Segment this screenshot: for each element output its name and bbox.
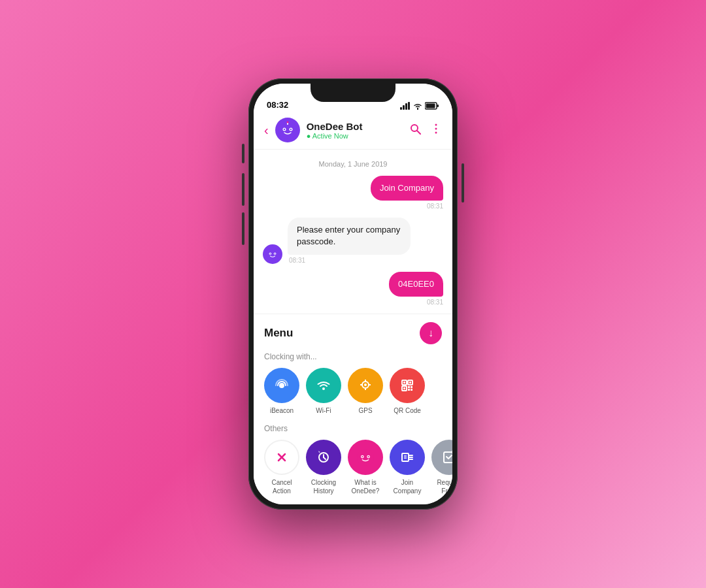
request-label: Request From — [431, 478, 452, 495]
message-text-2: Please enter your company passcode. — [297, 225, 400, 246]
svg-rect-44 — [411, 386, 412, 388]
svg-point-56 — [368, 456, 369, 457]
message-time-2: 08:31 — [289, 257, 305, 264]
menu-item-onedee[interactable]: What is OneDee? — [348, 440, 383, 495]
menu-item-ibeacon[interactable]: iBeacon — [264, 368, 299, 415]
svg-point-18 — [435, 131, 437, 133]
svg-rect-3 — [408, 102, 410, 110]
header-actions — [409, 123, 442, 138]
join-icon-circle — [390, 440, 425, 475]
message-row-sent-1: Join Company 08:31 — [263, 176, 443, 210]
chat-header: ‹ — [254, 112, 452, 150]
message-bubble-1: Join Company — [371, 176, 443, 201]
others-section-title: Others — [264, 424, 442, 433]
clocking-section-title: Clocking with... — [264, 352, 442, 361]
message-bubble-2: Please enter your company passcode. — [288, 218, 411, 254]
bot-status: Active Now — [307, 132, 409, 140]
signal-icon — [400, 102, 411, 110]
svg-point-32 — [364, 384, 367, 386]
svg-rect-1 — [403, 105, 405, 110]
onedee-icon-circle — [348, 440, 383, 475]
svg-point-13 — [286, 122, 288, 123]
gps-icon-circle — [348, 368, 383, 403]
svg-rect-0 — [400, 107, 402, 110]
onedee-label: What is OneDee? — [348, 478, 383, 495]
menu-title: Menu — [264, 327, 293, 340]
qr-icon-circle — [390, 368, 425, 403]
svg-rect-2 — [405, 103, 407, 110]
others-icons-row: Cancel Action Clocking History — [264, 440, 442, 495]
menu-item-gps[interactable]: GPS — [348, 368, 383, 415]
qr-label: QR Code — [394, 406, 421, 415]
message-bubble-3: 04E0EE0 — [389, 272, 443, 297]
bot-avatar-small — [263, 244, 282, 264]
menu-item-cancel[interactable]: Cancel Action — [264, 440, 299, 495]
ibeacon-icon-circle — [264, 368, 299, 403]
wifi-label: Wi-Fi — [316, 406, 331, 415]
message-bubble-wrap-1: Join Company 08:31 — [371, 176, 443, 210]
svg-rect-57 — [402, 453, 409, 461]
message-time-1: 08:31 — [427, 203, 443, 210]
svg-point-22 — [270, 253, 271, 254]
date-divider: Monday, 1 June 2019 — [263, 160, 443, 168]
wifi-status-icon — [413, 102, 422, 110]
history-label: Clocking History — [306, 478, 341, 495]
join-label: Join Company — [390, 478, 425, 495]
bot-name: OneDee Bot — [307, 121, 409, 132]
svg-rect-45 — [408, 389, 410, 391]
ibeacon-label: iBeacon — [270, 406, 294, 415]
volume-down-button — [242, 212, 244, 245]
clocking-icons-row: iBeacon Wi-Fi — [264, 368, 442, 415]
svg-point-10 — [283, 129, 284, 130]
message-text-3: 04E0EE0 — [398, 279, 434, 289]
phone-frame: 08:32 — [248, 78, 458, 510]
request-icon-circle — [431, 440, 452, 475]
message-row-received-1: Please enter your company passcode. 08:3… — [263, 218, 443, 263]
message-time-3: 08:31 — [427, 299, 443, 306]
svg-point-52 — [357, 449, 374, 466]
chat-area: Monday, 1 June 2019 Join Company 08:31 — [254, 150, 452, 314]
svg-point-30 — [322, 387, 325, 390]
silent-button — [242, 144, 244, 163]
volume-up-button — [242, 173, 244, 206]
menu-scroll-button[interactable]: ↓ — [420, 322, 442, 344]
gps-label: GPS — [358, 406, 372, 415]
scroll-down-icon: ↓ — [428, 327, 433, 339]
menu-item-join[interactable]: Join Company — [390, 440, 425, 495]
svg-point-19 — [266, 248, 279, 261]
bot-avatar — [275, 118, 300, 142]
svg-point-29 — [279, 383, 284, 388]
header-info: OneDee Bot Active Now — [307, 121, 409, 140]
svg-rect-42 — [403, 387, 405, 389]
svg-point-17 — [435, 127, 437, 129]
menu-header: Menu ↓ — [264, 322, 442, 344]
svg-rect-38 — [403, 382, 405, 384]
svg-line-51 — [324, 457, 326, 459]
phone-screen: 08:32 — [254, 84, 452, 504]
svg-rect-5 — [437, 105, 439, 107]
battery-icon — [425, 102, 439, 110]
wifi-icon-circle — [306, 368, 341, 403]
menu-item-qrcode[interactable]: QR Code — [390, 368, 425, 415]
search-icon[interactable] — [409, 123, 421, 138]
svg-point-55 — [361, 456, 363, 457]
message-bubble-wrap-3: 04E0EE0 08:31 — [389, 272, 443, 306]
svg-point-16 — [435, 123, 437, 125]
menu-item-history[interactable]: Clocking History — [306, 440, 341, 495]
notch — [311, 84, 395, 102]
menu-item-wifi[interactable]: Wi-Fi — [306, 368, 341, 415]
back-button[interactable]: ‹ — [264, 123, 269, 138]
svg-rect-46 — [411, 389, 412, 391]
svg-rect-63 — [444, 452, 452, 463]
status-time: 08:32 — [267, 100, 288, 110]
svg-rect-6 — [426, 104, 435, 108]
history-icon-circle — [306, 440, 341, 475]
status-icons — [400, 102, 439, 110]
svg-rect-40 — [409, 382, 411, 384]
more-icon[interactable] — [430, 123, 442, 138]
message-text-1: Join Company — [380, 183, 434, 193]
power-button — [462, 163, 464, 203]
menu-item-request[interactable]: Request From — [431, 440, 452, 495]
svg-line-15 — [417, 131, 420, 134]
svg-point-23 — [275, 253, 276, 254]
